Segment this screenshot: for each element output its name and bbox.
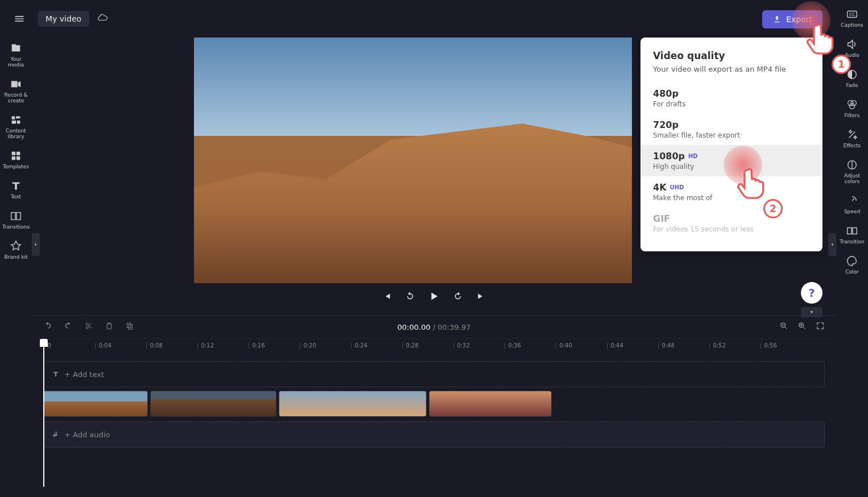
video-clip-4[interactable] [429, 391, 552, 417]
sidebar-item-captions[interactable]: CC Captions [838, 8, 866, 28]
svg-rect-10 [129, 325, 133, 329]
captions-icon: CC [846, 8, 858, 20]
svg-rect-9 [127, 323, 131, 328]
sidebar-item-transitions[interactable]: Transitions [2, 210, 30, 230]
zoom-fit-button[interactable] [816, 321, 825, 333]
rewind-5-button[interactable] [405, 291, 415, 304]
quality-option-720p[interactable]: 720p Smaller file, faster export [640, 114, 822, 145]
playback-controls [32, 290, 836, 305]
split-button[interactable] [84, 321, 93, 333]
audio-track[interactable]: + Add audio [43, 421, 825, 448]
play-button[interactable] [428, 290, 440, 305]
audio-track-icon [52, 430, 60, 438]
library-icon [10, 114, 22, 126]
filters-icon [846, 98, 858, 111]
sidebar-item-speed[interactable]: Speed [838, 194, 866, 214]
sidebar-item-record-create[interactable]: Record & create [2, 78, 30, 103]
delete-button[interactable] [105, 321, 114, 333]
svg-point-5 [849, 103, 854, 109]
annotation-number-2: 2 [763, 199, 783, 218]
quality-option-480p[interactable]: 480p For drafts [640, 82, 822, 114]
menu-button[interactable] [7, 6, 32, 31]
help-button[interactable]: ? [801, 282, 822, 304]
video-clip-1[interactable] [43, 391, 148, 417]
project-name[interactable]: My video [38, 11, 89, 27]
right-sidebar: CC Captions Audio Fade Filters Effects A… [836, 0, 868, 497]
video-track[interactable] [43, 391, 825, 418]
sidebar-item-color[interactable]: Color [838, 255, 866, 275]
camera-icon [10, 78, 22, 90]
svg-point-4 [851, 101, 856, 106]
skip-back-button[interactable] [382, 291, 392, 304]
sidebar-item-effects[interactable]: Effects [838, 129, 866, 148]
current-time: 00:00.00 [398, 323, 431, 332]
hamburger-icon [14, 13, 25, 24]
effects-icon [846, 129, 858, 141]
duplicate-button[interactable] [125, 321, 134, 333]
templates-icon [10, 150, 22, 162]
sidebar-item-brand-kit[interactable]: Brand kit [2, 240, 30, 260]
project-name-label: My video [46, 14, 81, 23]
left-sidebar: Your media Record & create Content libra… [0, 38, 32, 497]
svg-text:CC: CC [849, 12, 855, 17]
sidebar-item-content-library[interactable]: Content library [2, 114, 30, 139]
popup-title: Video quality [640, 50, 822, 61]
brand-kit-icon [10, 240, 22, 252]
total-time: 00:39.97 [437, 323, 470, 332]
undo-button[interactable] [43, 321, 52, 333]
text-icon [10, 180, 22, 192]
zoom-controls [779, 321, 825, 333]
svg-rect-7 [848, 228, 852, 234]
svg-rect-8 [853, 228, 857, 234]
timeline-time: 00:00.00 / 00:39.97 [398, 323, 471, 332]
annotation-hand-1 [801, 19, 841, 61]
video-preview[interactable] [194, 38, 632, 283]
timeline-section: 00:00.00 / 00:39.97 0 0:04 0:08 0:12 0:1… [32, 315, 836, 497]
cloud-sync-icon[interactable] [97, 13, 108, 25]
video-clip-2[interactable] [150, 391, 276, 417]
sidebar-item-templates[interactable]: Templates [2, 150, 30, 169]
text-track[interactable]: + Add text [43, 361, 825, 387]
timeline-ruler[interactable]: 0 0:04 0:08 0:12 0:16 0:20 0:24 0:28 0:3… [32, 338, 836, 352]
transition-icon [846, 225, 858, 237]
forward-5-button[interactable] [453, 291, 463, 304]
redo-button[interactable] [64, 321, 73, 333]
color-icon [846, 255, 858, 267]
preview-foreground [194, 123, 632, 283]
popup-subtitle: Your video will export as an MP4 file [640, 65, 822, 73]
speed-icon [846, 194, 858, 207]
timeline-toolbar: 00:00.00 / 00:39.97 [32, 316, 836, 338]
annotation-number-1: 1 [832, 55, 851, 74]
export-quality-popup: Video quality Your video will export as … [640, 38, 822, 251]
upload-icon [772, 15, 782, 24]
quality-option-gif: GIF For videos 15 seconds or less [640, 208, 822, 239]
sidebar-item-text[interactable]: Text [2, 180, 30, 200]
sidebar-item-filters[interactable]: Filters [838, 98, 866, 118]
skip-forward-button[interactable] [476, 291, 486, 304]
text-track-icon [52, 370, 60, 378]
timeline-tracks: + Add text + Add audio [32, 352, 836, 460]
zoom-in-button[interactable] [797, 321, 807, 333]
audio-icon [846, 38, 858, 51]
video-clip-3[interactable] [279, 391, 427, 417]
zoom-out-button[interactable] [779, 321, 788, 333]
sidebar-item-adjust-colors[interactable]: Adjust colors [838, 159, 866, 184]
sidebar-item-your-media[interactable]: Your media [2, 42, 30, 68]
sidebar-item-transition[interactable]: Transition [838, 225, 866, 245]
playhead[interactable] [43, 339, 44, 487]
media-icon [10, 42, 22, 55]
annotation-hand-2 [731, 164, 771, 206]
adjust-colors-icon [846, 159, 858, 171]
preview-background [194, 38, 632, 136]
transitions-icon [10, 210, 22, 222]
